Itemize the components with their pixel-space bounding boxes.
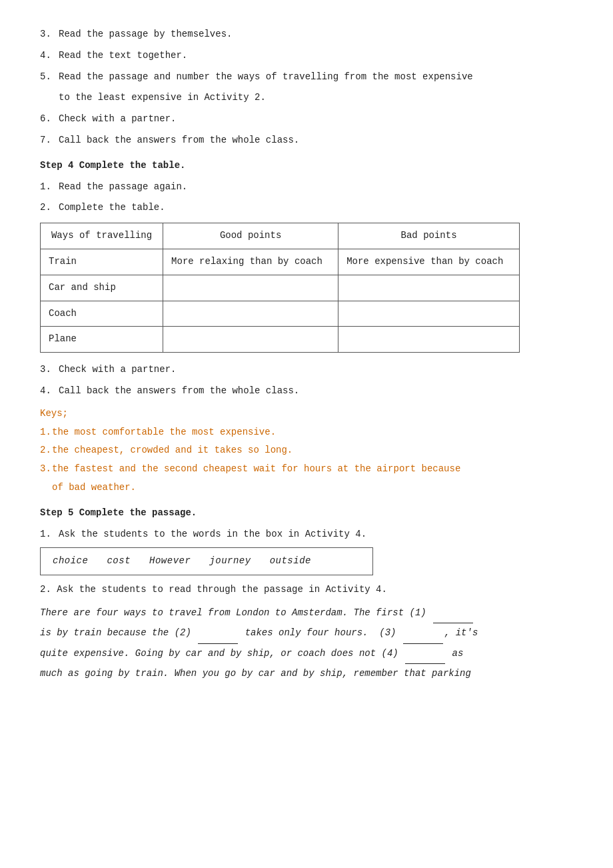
key-item-1: 1. the most comfortable the most expensi… bbox=[40, 425, 573, 441]
key-item-3: 3. the fastest and the second cheapest w… bbox=[40, 461, 573, 477]
blank-1 bbox=[433, 603, 473, 623]
table-row-coach: Coach bbox=[41, 301, 520, 327]
passage-line-3: quite expensive. Going by car and by shi… bbox=[40, 644, 573, 664]
table-row-train: Train More relaxing than by coach More e… bbox=[41, 249, 520, 275]
passage-line1-text: There are four ways to travel from Londo… bbox=[40, 607, 474, 618]
item-5b: to the least expensive in Activity 2. bbox=[40, 90, 573, 106]
box-word-choice: choice bbox=[53, 553, 88, 569]
key-item-2: 2. the cheapest, crowded and it takes so… bbox=[40, 443, 573, 459]
blank-4 bbox=[405, 644, 445, 664]
after-item3-num: 3. bbox=[40, 362, 59, 378]
step4-item2-num: 2. bbox=[40, 200, 59, 216]
item-5b-text: to the least expensive in Activity 2. bbox=[59, 90, 573, 106]
item-7-text: Call back the answers from the whole cla… bbox=[59, 133, 573, 149]
table-cell-coach-good bbox=[163, 301, 338, 327]
step4-item1-num: 1. bbox=[40, 179, 59, 195]
key-3b-text: of bad weather. bbox=[52, 480, 136, 496]
step5-heading: Step 5 Complete the passage. bbox=[40, 505, 573, 521]
item-6: 6. Check with a partner. bbox=[40, 111, 573, 127]
table-cell-plane-name: Plane bbox=[41, 327, 163, 353]
item-7-num: 7. bbox=[40, 133, 59, 149]
table-header-col2: Good points bbox=[163, 223, 338, 249]
step5-item-2: 2. Ask the students to read through the … bbox=[40, 582, 573, 598]
step4-item1-text: Read the passage again. bbox=[59, 179, 573, 195]
table-cell-train-bad: More expensive than by coach bbox=[338, 249, 520, 275]
box-word-however: However bbox=[149, 553, 191, 569]
box-word-journey: journey bbox=[209, 553, 251, 569]
table-cell-coach-name: Coach bbox=[41, 301, 163, 327]
after-item4-text: Call back the answers from the whole cla… bbox=[59, 383, 573, 399]
step5-item1-text: Ask the students to the words in the box… bbox=[59, 527, 573, 543]
keys-label: Keys; bbox=[40, 406, 573, 422]
item-5-text: Read the passage and number the ways of … bbox=[59, 69, 573, 85]
after-table-item-3: 3. Check with a partner. bbox=[40, 362, 573, 378]
table-cell-coach-bad bbox=[338, 301, 520, 327]
step5-item1-num: 1. bbox=[40, 527, 59, 543]
item-4-num: 4. bbox=[40, 48, 59, 64]
item-3-text: Read the passage by themselves. bbox=[59, 27, 573, 43]
step4-item-2: 2. Complete the table. bbox=[40, 200, 573, 216]
table-row-plane: Plane bbox=[41, 327, 520, 353]
passage-line4-text: much as going by train. When you go by c… bbox=[40, 668, 471, 679]
item-4-text: Read the text together. bbox=[59, 48, 573, 64]
item-3: 3. Read the passage by themselves. bbox=[40, 27, 573, 43]
passage-line2-text: is by train because the (2) takes only f… bbox=[40, 627, 478, 638]
main-content: 3. Read the passage by themselves. 4. Re… bbox=[40, 27, 573, 683]
table-cell-plane-bad bbox=[338, 327, 520, 353]
table-cell-plane-good bbox=[163, 327, 338, 353]
item-3-num: 3. bbox=[40, 27, 59, 43]
step4-item-1: 1. Read the passage again. bbox=[40, 179, 573, 195]
key-1-num: 1. bbox=[40, 425, 52, 441]
item-4: 4. Read the text together. bbox=[40, 48, 573, 64]
keys-section: Keys; 1. the most comfortable the most e… bbox=[40, 406, 573, 496]
passage-line-4: much as going by train. When you go by c… bbox=[40, 664, 573, 683]
key-2-text: the cheapest, crowded and it takes so lo… bbox=[52, 443, 293, 459]
box-word-outside: outside bbox=[270, 553, 311, 569]
table-cell-carship-name: Car and ship bbox=[41, 275, 163, 301]
key-2-num: 2. bbox=[40, 443, 52, 459]
after-item4-num: 4. bbox=[40, 383, 59, 399]
step4-heading: Step 4 Complete the table. bbox=[40, 158, 573, 174]
key-3-num: 3. bbox=[40, 461, 52, 477]
passage-line-2: is by train because the (2) takes only f… bbox=[40, 623, 573, 643]
blank-3 bbox=[403, 623, 443, 643]
box-word-cost: cost bbox=[107, 553, 131, 569]
word-box: choice cost However journey outside bbox=[40, 547, 373, 575]
table-cell-carship-bad bbox=[338, 275, 520, 301]
step4-item2-text: Complete the table. bbox=[59, 200, 573, 216]
key-1-text: the most comfortable the most expensive. bbox=[52, 425, 276, 441]
item-7: 7. Call back the answers from the whole … bbox=[40, 133, 573, 149]
item-6-num: 6. bbox=[40, 111, 59, 127]
key-3-text: the fastest and the second cheapest wait… bbox=[52, 461, 460, 477]
table-cell-train-good: More relaxing than by coach bbox=[163, 249, 338, 275]
item-5a: 5. Read the passage and number the ways … bbox=[40, 69, 573, 85]
after-table-item-4: 4. Call back the answers from the whole … bbox=[40, 383, 573, 399]
step5-item2-text: 2. Ask the students to read through the … bbox=[40, 582, 573, 598]
table-row-car-ship: Car and ship bbox=[41, 275, 520, 301]
item-5-num: 5. bbox=[40, 69, 59, 85]
key-item-3b: of bad weather. bbox=[40, 480, 573, 496]
table-header-col3: Bad points bbox=[338, 223, 520, 249]
box-words-list: choice cost However journey outside bbox=[53, 553, 360, 569]
table-header-col1: Ways of travelling bbox=[41, 223, 163, 249]
passage-line-1: There are four ways to travel from Londo… bbox=[40, 603, 573, 623]
passage-line3-text: quite expensive. Going by car and by shi… bbox=[40, 648, 463, 659]
step5-item-1: 1. Ask the students to the words in the … bbox=[40, 527, 573, 543]
passage-text: There are four ways to travel from Londo… bbox=[40, 603, 573, 684]
ways-of-travelling-table: Ways of travelling Good points Bad point… bbox=[40, 223, 520, 353]
blank-2 bbox=[198, 623, 238, 643]
table-cell-carship-good bbox=[163, 275, 338, 301]
table-cell-train-name: Train bbox=[41, 249, 163, 275]
item-6-text: Check with a partner. bbox=[59, 111, 573, 127]
after-item3-text: Check with a partner. bbox=[59, 362, 573, 378]
key-3b-num bbox=[40, 480, 52, 496]
